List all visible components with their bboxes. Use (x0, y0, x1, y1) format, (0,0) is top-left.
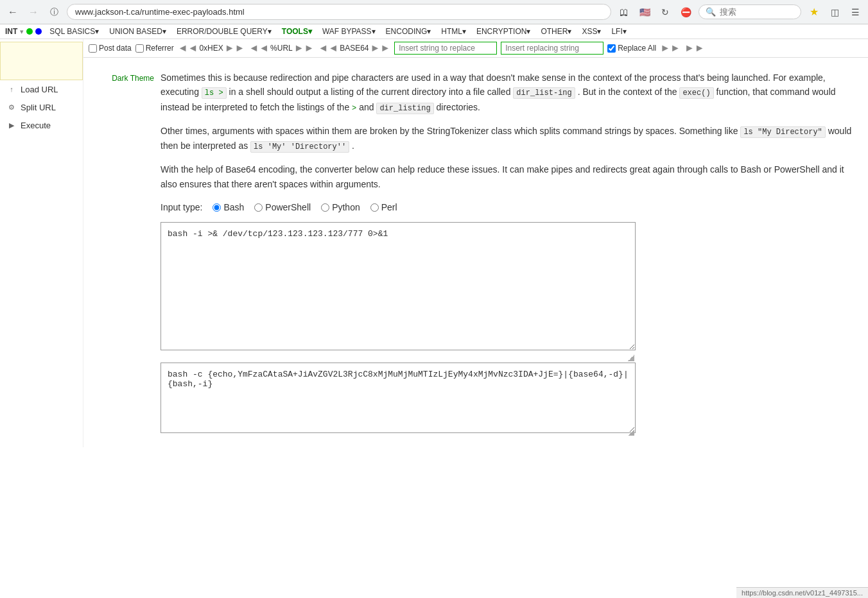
flag-button[interactable]: 🇺🇸 (637, 4, 652, 20)
nav-encoding[interactable]: ENCODING▾ (381, 24, 437, 38)
base64-codec: ◄◄ BASE64 ►► (318, 42, 390, 54)
green-indicator (26, 28, 33, 35)
resize-handle (628, 355, 634, 361)
star-button[interactable]: ★ (806, 4, 822, 20)
replace-arrow-right2[interactable]: ►► (684, 42, 705, 54)
input-type-row: Input type: Bash PowerShell Python (161, 200, 855, 214)
para1-code4: dir_listing (376, 103, 433, 114)
radio-bash[interactable]: Bash (213, 200, 244, 214)
post-data-label: Post data (99, 44, 132, 53)
address-bar[interactable]: www.jackson-t.ca/runtime-exec-payloads.h… (67, 4, 611, 20)
para1-code1: ls > (202, 87, 227, 99)
blue-indicator (35, 28, 42, 35)
input-type-label: Input type: (161, 200, 202, 214)
content-area: Post data Referrer ◄◄ 0xHEX ►► ◄◄ %URL ►… (83, 39, 868, 447)
sidebar-label-split-url: Split URL (21, 103, 56, 112)
radio-python-label: Python (332, 200, 360, 214)
address-url: www.jackson-t.ca/runtime-exec-payloads.h… (75, 7, 245, 17)
article: Dark Theme Sometimes this is because red… (83, 60, 868, 447)
hex-arrow-left[interactable]: ◄◄ (178, 42, 198, 54)
radio-perl-input[interactable] (370, 203, 379, 212)
nav-xss[interactable]: XSS▾ (577, 24, 606, 38)
dark-theme-link[interactable]: Dark Theme (112, 74, 154, 83)
base64-arrow-right[interactable]: ►► (370, 42, 391, 54)
para1-and: and (359, 102, 374, 112)
para1-code3: exec() (679, 87, 713, 99)
referrer-input[interactable] (135, 44, 144, 53)
referrer-label: Referrer (146, 44, 174, 53)
toolbar-strip: Post data Referrer ◄◄ 0xHEX ►► ◄◄ %URL ►… (83, 39, 868, 58)
load-url-icon: ↑ (6, 84, 17, 94)
hex-arrow-right[interactable]: ►► (225, 42, 245, 54)
para3: With the help of Base64 encoding, the co… (161, 162, 855, 191)
search-input[interactable] (720, 7, 784, 17)
para2-code2: ls 'My' 'Directory'' (250, 141, 349, 153)
referrer-checkbox[interactable]: Referrer (135, 44, 174, 53)
para1-code2: dir_list-ing (513, 87, 575, 99)
insert-string-input[interactable] (394, 42, 497, 55)
para1-end: . But in the context of the (578, 87, 677, 97)
para1-mid: in a shell should output a listing of th… (229, 87, 511, 97)
sidebar-label-load-url: Load URL (21, 85, 58, 94)
radio-python[interactable]: Python (321, 200, 360, 214)
url-codec: ◄◄ %URL ►► (248, 42, 314, 54)
menu-button[interactable]: ☰ (847, 4, 863, 20)
para2-text: Other times, arguments with spaces withi… (161, 126, 738, 136)
forward-button[interactable]: → (26, 4, 41, 20)
radio-powershell-input[interactable] (254, 203, 263, 212)
replace-arrow-right[interactable]: ►► (660, 42, 681, 54)
radio-perl[interactable]: Perl (370, 200, 397, 214)
radio-powershell[interactable]: PowerShell (254, 200, 311, 214)
nav-lfi[interactable]: LFI▾ (606, 24, 631, 38)
base64-label: BASE64 (340, 44, 369, 53)
base64-arrow-left[interactable]: ◄◄ (318, 42, 338, 54)
nav-encryption[interactable]: ENCRYPTION▾ (471, 24, 535, 38)
para2-code1: ls "My Directory" (740, 126, 825, 138)
int-dropdown[interactable]: ▾ (20, 28, 24, 36)
hex-label: 0xHEX (199, 44, 223, 53)
nav-error-double[interactable]: ERROR/DOUBLE QUERY▾ (171, 24, 277, 38)
post-data-checkbox[interactable]: Post data (89, 44, 132, 53)
replace-all-checkbox[interactable]: Replace All (607, 44, 656, 53)
hex-codec: ◄◄ 0xHEX ►► (178, 42, 245, 54)
para2-end: . (352, 141, 354, 151)
bookmark-button[interactable]: 🕮 (616, 4, 632, 20)
code-input-textarea[interactable] (161, 222, 636, 350)
nav-html[interactable]: HTML▾ (436, 24, 471, 38)
url-arrow-left[interactable]: ◄◄ (248, 42, 269, 54)
nav-tools[interactable]: TOOLS▾ (277, 24, 317, 38)
info-button[interactable]: ⓘ (46, 4, 62, 20)
radio-powershell-label: PowerShell (265, 200, 311, 214)
sidebar-label-execute: Execute (21, 121, 51, 130)
insert-replacing-input[interactable] (501, 42, 603, 55)
refresh-button[interactable]: ↻ (657, 4, 673, 20)
screenshot-button[interactable]: ◫ (827, 4, 842, 20)
url-arrow-right[interactable]: ►► (294, 42, 315, 54)
execute-icon: ▶ (6, 120, 17, 130)
sidebar-item-execute[interactable]: ▶ Execute (0, 116, 83, 134)
replace-all-input[interactable] (607, 44, 616, 53)
nav-other[interactable]: OTHER▾ (535, 24, 577, 38)
radio-bash-input[interactable] (213, 203, 221, 212)
radio-python-input[interactable] (321, 203, 329, 212)
replace-all-label-text: Replace All (618, 44, 656, 53)
para1-gt: > (352, 104, 356, 113)
para1-end3: directories. (437, 102, 480, 112)
post-data-input[interactable] (89, 44, 97, 53)
int-label: INT (5, 27, 17, 36)
para2: Other times, arguments with spaces withi… (161, 124, 855, 153)
sidebar-item-load-url[interactable]: ↑ Load URL (0, 80, 83, 98)
plugin-nav: INT ▾ SQL BASICS▾ UNION BASED▾ ERROR/DOU… (0, 24, 868, 39)
url-label: %URL (270, 44, 293, 53)
code-output-textarea[interactable] (161, 363, 636, 433)
block-button[interactable]: ⛔ (678, 4, 693, 20)
para1: Sometimes this is because redirection an… (161, 71, 855, 115)
nav-sql-basics[interactable]: SQL BASICS▾ (44, 24, 104, 38)
back-button[interactable]: ← (5, 4, 21, 20)
nav-waf-bypass[interactable]: WAF BYPASS▾ (317, 24, 381, 38)
sidebar: ↑ Load URL ⚙ Split URL ▶ Execute (0, 39, 83, 447)
sidebar-item-split-url[interactable]: ⚙ Split URL (0, 98, 83, 116)
nav-union-based[interactable]: UNION BASED▾ (104, 24, 171, 38)
radio-bash-label: Bash (223, 200, 244, 214)
output-resize-handle (628, 429, 634, 436)
